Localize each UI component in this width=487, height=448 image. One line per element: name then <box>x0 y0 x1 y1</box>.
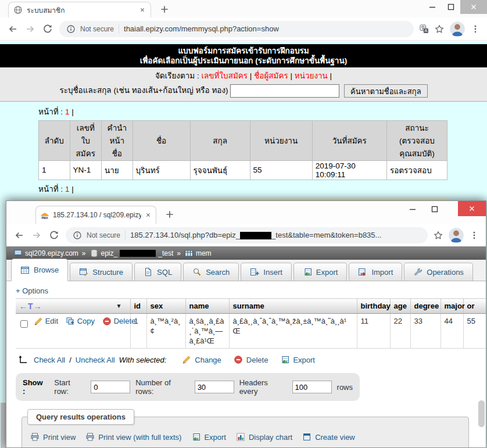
sort-controls-cell: ←T→ ▼ <box>16 299 130 314</box>
col-age[interactable]: age <box>390 299 410 314</box>
tab-close-icon[interactable] <box>145 212 152 218</box>
browser-tab[interactable]: 185.27.134.10 / sql209.epizy.com <box>35 206 156 224</box>
uncheck-all-link[interactable]: Uncheck All <box>76 356 115 364</box>
close-button[interactable] <box>460 0 487 14</box>
back-icon[interactable] <box>13 230 25 241</box>
tab-sql[interactable]: SQL <box>134 263 181 281</box>
maximize-button[interactable] <box>442 0 460 14</box>
page-number-link[interactable]: 1 <box>65 107 70 116</box>
new-tab-button[interactable] <box>159 4 170 15</box>
grid-data-row: Edit Copy Delete 1 à¸™à¸²à¸¢ à¸šà¸¸à¸£à¸… <box>16 314 486 349</box>
create-view-link[interactable]: Create view <box>302 432 355 442</box>
col-name[interactable]: name <box>185 299 229 314</box>
sort-direction-icon[interactable]: ▼ <box>116 303 122 309</box>
result-grid-wrap: ←T→ ▼ id sex name surname birthday age d… <box>16 298 486 349</box>
translate-icon[interactable] <box>420 24 429 34</box>
menu-dots-icon[interactable] <box>471 24 480 34</box>
options-toggle-link[interactable]: + Options <box>16 286 56 295</box>
maximize-button[interactable] <box>425 202 444 216</box>
divider <box>119 24 119 34</box>
url-text: 185.27.134.10/sql.php?db=epiz__test&tabl… <box>130 231 381 239</box>
sort-link-applicant-name[interactable]: ชื่อผู้สมัคร <box>254 71 288 80</box>
close-button[interactable] <box>458 201 486 216</box>
page-number-link[interactable]: 1 <box>65 185 70 193</box>
copy-row-action[interactable]: Copy <box>66 316 95 326</box>
pma-breadcrumb-bar: sql209.epizy.com » epiz__test » mem <box>6 246 486 260</box>
pma-tab-bar: Browse Structure SQL Search Insert Expor… <box>6 260 486 281</box>
delete-selected-button[interactable]: Delete <box>234 355 268 364</box>
delete-icon <box>234 355 243 364</box>
tab-search[interactable]: Search <box>183 263 239 281</box>
scrollbar-thumb[interactable] <box>478 400 485 427</box>
name-search-input[interactable] <box>230 84 339 98</box>
tab-close-icon[interactable] <box>139 6 146 13</box>
structure-icon <box>79 267 88 277</box>
slash-separator: / <box>69 356 71 364</box>
table-row: 1 YN-1 นาย บุรินทร์ รุจจนพันธุ์ 55 2019-… <box>39 160 447 180</box>
export-link[interactable]: Export <box>191 432 226 442</box>
tab-export[interactable]: Export <box>293 263 348 281</box>
tab-operations[interactable]: Operations <box>404 263 473 281</box>
refresh-icon[interactable] <box>42 23 53 35</box>
address-bar[interactable]: Not secure 185.27.134.10/sql.php?db=epiz… <box>66 227 428 243</box>
breadcrumb-database[interactable]: epiz__test <box>89 249 174 258</box>
tab-insert[interactable]: Insert <box>241 263 292 281</box>
printer-icon <box>30 432 40 442</box>
table-icon <box>184 249 194 258</box>
page-label: หน้าที่ : <box>38 107 63 116</box>
search-button[interactable]: ค้นหาตามชื่อและสกุล <box>344 84 428 98</box>
sort-key-widget[interactable]: ←T→ <box>19 302 42 311</box>
view-icon <box>302 432 311 442</box>
export-selected-button[interactable]: Export <box>280 355 315 364</box>
col-degree[interactable]: degree <box>410 299 441 314</box>
start-row-input[interactable] <box>91 381 130 393</box>
menu-dots-icon[interactable] <box>470 231 479 240</box>
bookmark-star-icon[interactable] <box>435 24 444 34</box>
forward-icon[interactable] <box>24 23 36 35</box>
num-rows-input[interactable] <box>195 381 234 393</box>
tab-structure[interactable]: Structure <box>70 263 133 281</box>
print-view-link[interactable]: Print view <box>30 432 76 442</box>
sort-label: จัดเรียงตาม : <box>155 71 199 80</box>
minimize-button[interactable] <box>403 202 422 216</box>
col-surname[interactable]: surname <box>229 299 357 314</box>
back-icon[interactable] <box>7 23 19 35</box>
operations-icon <box>413 267 422 277</box>
check-all-link[interactable]: Check All <box>34 356 65 364</box>
print-view-full-link[interactable]: Print view (with full texts) <box>85 432 181 442</box>
breadcrumb-table[interactable]: mem <box>184 249 212 258</box>
breadcrumb-separator: » <box>177 249 181 257</box>
breadcrumb-server[interactable]: sql209.epizy.com <box>13 249 78 258</box>
profile-avatar[interactable] <box>449 228 464 243</box>
forward-icon[interactable] <box>31 230 42 241</box>
refresh-icon[interactable] <box>48 230 60 241</box>
col-major[interactable]: major <box>441 299 463 314</box>
separator: | <box>71 107 74 116</box>
tab-import[interactable]: Import <box>349 263 402 281</box>
col-birthday[interactable]: birthday <box>357 299 390 314</box>
address-bar[interactable]: Not secure thaiall.epizy.com/memmysql.ph… <box>59 21 414 37</box>
fieldset-legend: Query results operations <box>27 409 134 425</box>
sort-link-organization[interactable]: หน่วยงาน <box>295 71 328 80</box>
profile-avatar[interactable] <box>450 21 465 37</box>
separator: | <box>291 71 293 80</box>
sort-link-application-no[interactable]: เลขที่ใบสมัคร <box>201 71 248 80</box>
minimize-button[interactable] <box>423 0 442 14</box>
col-sex[interactable]: sex <box>146 299 185 314</box>
browser-tab[interactable]: ระบบสมาชิก <box>8 2 151 17</box>
cell-sex: à¸™à¸²à¸¢ <box>146 314 185 349</box>
display-chart-link[interactable]: Display chart <box>236 432 292 442</box>
headers-every-input[interactable] <box>292 381 332 393</box>
tab-browse[interactable]: Browse <box>11 259 68 281</box>
info-icon[interactable] <box>66 24 76 34</box>
new-tab-button[interactable] <box>164 209 175 220</box>
change-selected-button[interactable]: Change <box>182 355 221 364</box>
col-or-clipped[interactable]: or <box>463 299 486 314</box>
edit-row-action[interactable]: Edit <box>34 316 58 326</box>
info-icon[interactable] <box>73 231 82 240</box>
delete-row-action[interactable]: Delete <box>102 316 136 326</box>
row-checkbox[interactable] <box>20 320 28 328</box>
col-id[interactable]: id <box>130 299 146 314</box>
scrollbar-fragment[interactable] <box>1 403 6 448</box>
bookmark-star-icon[interactable] <box>434 231 443 240</box>
